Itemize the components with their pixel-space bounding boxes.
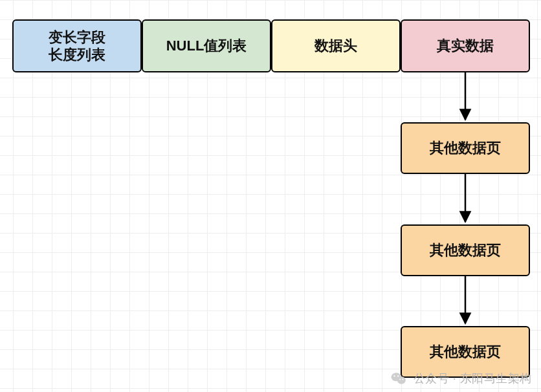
svg-point-1 [397,376,405,384]
watermark: 公众号 · 东阳马生架构 [390,370,533,387]
svg-point-2 [393,375,395,376]
svg-point-3 [397,375,399,376]
header-cell-realdata: 真实数据 [401,19,530,72]
overflow-page-1: 其他数据页 [401,224,530,276]
watermark-text: 公众号 · 东阳马生架构 [414,371,533,386]
svg-point-5 [402,379,403,380]
overflow-page-0: 其他数据页 [401,122,530,174]
header-cell-header: 数据头 [271,19,401,72]
header-cell-nulllist: NULL值列表 [142,19,271,72]
svg-point-4 [399,379,401,380]
header-cell-varlen: 变长字段长度列表 [12,19,142,72]
wechat-icon [390,370,407,387]
